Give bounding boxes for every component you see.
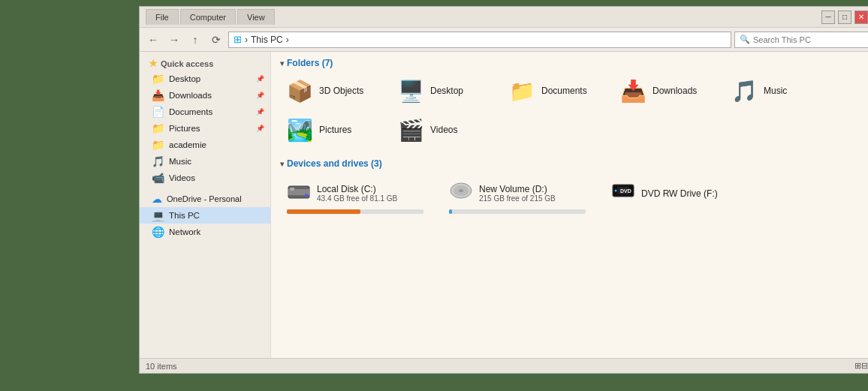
network-icon: 🌐 [152, 226, 164, 238]
folders-grid: 📦 3D Objects 🖥️ Desktop 📁 Documents 📥 Do… [280, 74, 865, 146]
refresh-button[interactable]: ⟳ [207, 32, 225, 48]
minimize-button[interactable]: ─ [821, 11, 835, 24]
folder-item-pictures[interactable]: 🏞️ Pictures [280, 113, 385, 146]
back-button[interactable]: ← [144, 32, 162, 48]
search-icon: 🔍 [740, 35, 750, 44]
documents-label: Documents [169, 107, 212, 116]
academie-label: academie [169, 140, 206, 149]
sidebar-item-thispc[interactable]: 💻 This PC [140, 207, 270, 224]
disk-c-sub: 43.4 GB free of 81.1 GB [317, 194, 397, 203]
downloads-label: Downloads [169, 91, 212, 100]
close-button[interactable]: ✕ [854, 11, 868, 24]
desktop-folder-icon: 📁 [152, 73, 164, 85]
view-icons[interactable]: ⊞⊟ [854, 361, 868, 371]
sidebar-item-videos[interactable]: 📹 Videos [140, 170, 270, 186]
window-controls: ─ □ ✕ [821, 11, 868, 24]
up-button[interactable]: ↑ [186, 32, 204, 48]
documents-folder-icon: 📁 [509, 79, 535, 104]
svg-point-3 [305, 194, 308, 197]
folder-item-desktop[interactable]: 🖥️ Desktop [391, 74, 496, 107]
maximize-button[interactable]: □ [838, 11, 851, 24]
downloads-folder-icon: 📥 [620, 79, 646, 104]
search-bar[interactable]: 🔍 [734, 32, 868, 48]
folders-chevron-icon: ▾ [280, 59, 284, 68]
devices-section-header[interactable]: ▾ Devices and drives (3) [280, 158, 865, 169]
academie-icon: 📁 [152, 139, 164, 151]
forward-button[interactable]: → [165, 32, 183, 48]
main-area: ★ Quick access 📁 Desktop 📌 📥 Downloads 📌… [140, 52, 868, 358]
desktop-folder-big-icon: 🖥️ [398, 79, 424, 104]
disk-d-icon [449, 180, 473, 206]
music-label: Music [169, 157, 191, 166]
thispc-icon: 💻 [152, 209, 164, 221]
device-f-header: DVD DVD RW Drive (F:) [611, 180, 748, 206]
tab-computer[interactable]: Computer [180, 9, 236, 25]
documents-icon: 📄 [152, 106, 164, 118]
sidebar-item-network[interactable]: 🌐 Network [140, 224, 270, 240]
thispc-label: This PC [169, 211, 200, 220]
desktop-label: Desktop [169, 74, 200, 83]
pictures-label: Pictures [169, 124, 200, 133]
folder-item-videos[interactable]: 🎬 Videos [391, 113, 496, 146]
device-item-c[interactable]: Local Disk (C:) 43.4 GB free of 81.1 GB [280, 175, 430, 219]
folder-item-3dobjects[interactable]: 📦 3D Objects [280, 74, 385, 107]
videos-folder-icon: 🎬 [398, 118, 424, 143]
folder-item-documents[interactable]: 📁 Documents [502, 74, 607, 107]
tab-file[interactable]: File [146, 9, 179, 25]
downloads-folder-label: Downloads [653, 86, 697, 96]
star-icon: ★ [149, 58, 158, 69]
address-chevron: › [286, 35, 289, 45]
sidebar-item-music[interactable]: 🎵 Music [140, 153, 270, 170]
videos-label: Videos [169, 173, 195, 182]
sidebar-item-downloads[interactable]: 📥 Downloads 📌 [140, 87, 270, 104]
status-bar: 10 items ⊞⊟ [140, 358, 868, 373]
desktop-folder-label: Desktop [430, 86, 463, 96]
svg-point-10 [615, 190, 617, 192]
pictures-icon: 📁 [152, 122, 164, 134]
disk-c-progress-bg [287, 209, 423, 214]
folder-item-music[interactable]: 🎵 Music [725, 74, 830, 107]
pin-icon-2: 📌 [256, 92, 264, 99]
downloads-icon: 📥 [152, 89, 164, 101]
device-item-d[interactable]: New Volume (D:) 215 GB free of 215 GB [442, 175, 592, 219]
network-label: Network [169, 227, 200, 236]
address-this-pc: This PC [251, 35, 283, 45]
devices-section-label: Devices and drives (3) [287, 158, 382, 169]
sidebar: ★ Quick access 📁 Desktop 📌 📥 Downloads 📌… [140, 52, 271, 358]
disk-d-progress-fill [449, 209, 452, 214]
dvd-label: DVD RW Drive (F:) [641, 188, 718, 199]
disk-c-progress-fill [287, 209, 360, 214]
sidebar-item-onedrive[interactable]: ☁ OneDrive - Personal [140, 191, 270, 207]
sidebar-item-academie[interactable]: 📁 academie [140, 137, 270, 153]
music-icon: 🎵 [152, 155, 164, 167]
quick-access-header[interactable]: ★ Quick access [140, 56, 270, 71]
device-item-f[interactable]: DVD DVD RW Drive (F:) [604, 175, 755, 219]
content-area: ▾ Folders (7) 📦 3D Objects 🖥️ Desktop 📁 … [271, 52, 868, 358]
sidebar-item-pictures[interactable]: 📁 Pictures 📌 [140, 120, 270, 137]
toolbar: ← → ↑ ⟳ ⊞ › This PC › 🔍 [140, 28, 868, 52]
address-bar[interactable]: ⊞ › This PC › [228, 32, 731, 48]
svg-point-6 [459, 189, 463, 192]
folders-section-header[interactable]: ▾ Folders (7) [280, 58, 865, 68]
disk-d-label: New Volume (D:) [479, 184, 556, 194]
svg-rect-2 [290, 188, 294, 191]
svg-text:DVD: DVD [620, 188, 631, 194]
onedrive-label: OneDrive - Personal [167, 194, 242, 203]
pin-icon: 📌 [256, 75, 264, 83]
pin-icon-4: 📌 [256, 125, 264, 132]
sidebar-item-documents[interactable]: 📄 Documents 📌 [140, 104, 270, 120]
folders-section-label: Folders (7) [287, 58, 333, 68]
videos-folder-label: Videos [430, 125, 457, 135]
3dobjects-label: 3D Objects [319, 86, 363, 96]
menu-tabs: File Computer View [146, 9, 275, 25]
3dobjects-icon: 📦 [287, 79, 313, 104]
tab-view[interactable]: View [237, 9, 275, 25]
device-d-header: New Volume (D:) 215 GB free of 215 GB [449, 180, 586, 206]
disk-c-icon [287, 180, 311, 206]
folder-item-downloads[interactable]: 📥 Downloads [613, 74, 719, 107]
devices-grid: Local Disk (C:) 43.4 GB free of 81.1 GB [280, 175, 865, 219]
disk-d-progress-bg [449, 209, 586, 214]
search-input[interactable] [753, 35, 864, 44]
dvd-icon: DVD [611, 180, 635, 206]
sidebar-item-desktop[interactable]: 📁 Desktop 📌 [140, 71, 270, 87]
